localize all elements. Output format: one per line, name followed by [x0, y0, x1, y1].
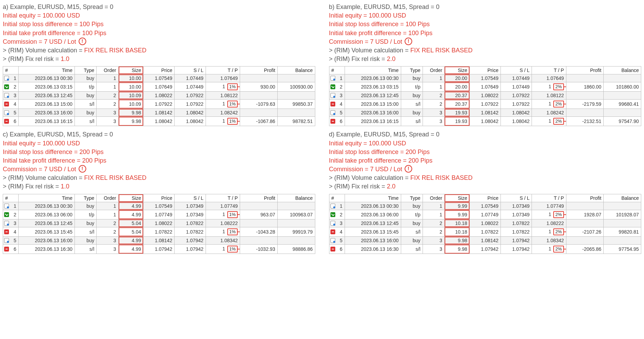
cell-profit: -2065.86	[566, 244, 604, 254]
panel-title: a) Example, EURUSD, M15, Spread = 0	[3, 3, 315, 11]
panel-title: c) Example, EURUSD, M15, Spread = 0	[3, 130, 315, 139]
cell-type: buy	[75, 74, 97, 82]
cell-sl: 1.07349	[501, 210, 532, 219]
col-header: Time	[345, 194, 401, 202]
cell-sl: 1.07922	[175, 100, 206, 109]
cell-sl: 1.07449	[501, 74, 532, 82]
cell-size: 9.98	[118, 117, 143, 126]
cell-tp: 11%	[206, 117, 240, 126]
row-index: 6	[3, 244, 19, 254]
fix-rel-risk-line: > (RIM) Fix rel risk = 2.0	[329, 55, 642, 63]
cell-size: 20.37	[445, 92, 469, 100]
pct-badge: 1%	[227, 228, 238, 235]
cell-order: 3	[423, 117, 444, 126]
sl-icon	[4, 247, 9, 251]
cell-type: buy	[401, 74, 423, 82]
cell-tp: 12%	[532, 82, 566, 92]
col-header: S / L	[175, 194, 206, 202]
col-header: Size	[118, 194, 143, 202]
cell-type: s/l	[401, 227, 423, 236]
cell-profit	[240, 219, 278, 227]
buy-icon	[4, 221, 9, 226]
cell-time: 2023.06.13 12:45	[19, 219, 75, 227]
cell-balance	[277, 202, 315, 210]
cell-sl: 1.07349	[175, 202, 206, 210]
cell-profit: -2132.51	[566, 117, 604, 126]
table-row: 62023.06.13 16:30s/l34.991.079421.079421…	[3, 244, 315, 254]
tp-line: Initial take profit difference = 200 Pip…	[3, 156, 315, 165]
cell-balance: 100930.00	[277, 82, 315, 92]
commission-line: Commission = 7 USD / Lot	[329, 38, 642, 46]
cell-order: 3	[97, 117, 118, 126]
cell-size: 9.99	[445, 202, 469, 210]
row-index: 3	[329, 92, 345, 100]
trade-table: #TimeTypeOrderSizePriceS / LT / PProfitB…	[329, 194, 642, 254]
table-row: 52023.06.13 16:00buy319.931.081421.08042…	[329, 109, 641, 117]
cell-profit	[566, 219, 604, 227]
cell-price: 1.07749	[469, 210, 501, 219]
buy-icon	[330, 110, 335, 115]
cell-order: 2	[423, 227, 444, 236]
col-header: Order	[97, 194, 118, 202]
col-header: #	[3, 66, 19, 74]
cell-time: 2023.06.13 16:00	[19, 109, 75, 117]
cell-type: buy	[401, 236, 423, 244]
col-header: Price	[469, 66, 501, 74]
cell-sl: 1.07822	[175, 219, 206, 227]
col-header: Size	[118, 66, 143, 74]
pct-badge: 1%	[227, 101, 238, 107]
table-row: 52023.06.13 16:00buy39.981.081421.079421…	[329, 236, 641, 244]
cell-balance	[277, 219, 315, 227]
pct-badge: 2%	[553, 228, 564, 235]
cell-type: s/l	[75, 244, 97, 254]
col-header: S / L	[501, 194, 532, 202]
table-row: 22023.06.13 06:00t/p19.991.077491.073491…	[329, 210, 641, 219]
cell-price: 1.08142	[469, 109, 501, 117]
cell-time: 2023.06.13 00:30	[345, 74, 401, 82]
cell-price: 1.07822	[469, 227, 501, 236]
row-index: 5	[329, 109, 345, 117]
cell-balance	[604, 74, 641, 82]
cell-sl: 1.08042	[501, 117, 532, 126]
cell-type: s/l	[401, 244, 423, 254]
cell-profit	[566, 236, 604, 244]
cell-sl: 1.07942	[175, 244, 206, 254]
cell-order: 2	[97, 227, 118, 236]
panel-d: d) Example, EURUSD, M15, Spread = 0Initi…	[329, 130, 642, 254]
row-index: 1	[3, 202, 19, 210]
cell-type: t/p	[401, 210, 423, 219]
cell-balance: 97754.95	[604, 244, 641, 254]
cell-type: buy	[401, 219, 423, 227]
cell-balance	[277, 92, 315, 100]
cell-type: s/l	[401, 100, 423, 109]
fix-rel-risk-line: > (RIM) Fix rel risk = 2.0	[329, 182, 642, 191]
cell-time: 2023.06.13 00:30	[345, 202, 401, 210]
cell-order: 2	[97, 100, 118, 109]
cell-size: 9.98	[118, 109, 143, 117]
volume-calc-line: > (RIM) Volume calculation = FIX REL RIS…	[3, 174, 315, 182]
col-header: Profit	[566, 66, 604, 74]
pct-badge: 1%	[227, 83, 238, 90]
sl-icon	[330, 102, 335, 106]
cell-price: 1.07942	[469, 244, 501, 254]
row-index: 1	[329, 74, 345, 82]
volume-calc-line: > (RIM) Volume calculation = FIX REL RIS…	[3, 46, 315, 55]
row-index: 6	[3, 117, 19, 126]
cell-sl: 1.08042	[501, 109, 532, 117]
buy-icon	[4, 238, 9, 243]
sl-icon	[4, 102, 9, 106]
cell-type: t/p	[401, 82, 423, 92]
cell-profit	[240, 92, 278, 100]
row-index: 2	[329, 82, 345, 92]
panel-c: c) Example, EURUSD, M15, Spread = 0Initi…	[3, 130, 315, 254]
table-row: 12023.06.13 00:30buy19.991.075491.073491…	[329, 202, 641, 210]
cell-order: 3	[423, 236, 444, 244]
cell-tp: 1.07649	[532, 74, 566, 82]
cell-type: buy	[401, 92, 423, 100]
cell-time: 2023.06.13 00:30	[19, 202, 75, 210]
cell-profit	[566, 202, 604, 210]
table-row: 22023.06.13 03:15t/p120.001.076491.07449…	[329, 82, 641, 92]
cell-order: 1	[97, 210, 118, 219]
equity-line: Initial equity = 100.000 USD	[329, 11, 642, 20]
cell-time: 2023.06.13 12:45	[345, 92, 401, 100]
